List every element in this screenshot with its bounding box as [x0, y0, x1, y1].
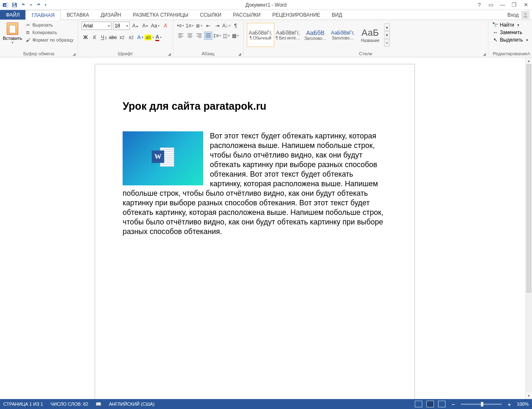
status-proofing-icon[interactable]: 📖 [96, 402, 101, 407]
multilevel-button[interactable]: ≣ [195, 22, 203, 30]
change-case-button[interactable]: Aa [151, 22, 160, 30]
styles-expand[interactable]: ▿ [384, 39, 390, 47]
word-app-icon[interactable]: W [2, 1, 9, 9]
replace-label: Заменить [500, 30, 522, 35]
borders-button[interactable]: ▦ [232, 32, 240, 40]
view-print-icon[interactable] [426, 401, 434, 407]
style-normal[interactable]: АаБбВвГг,¶ Обычный [247, 23, 274, 47]
show-marks-button[interactable]: ¶ [232, 22, 240, 30]
tab-file[interactable]: ФАЙЛ [0, 10, 25, 20]
shading-button[interactable]: ◫ [222, 32, 231, 40]
bold-button[interactable]: Ж [81, 33, 90, 42]
qat-customize-icon[interactable]: ▾ [44, 2, 47, 7]
highlight-button[interactable]: ab [145, 33, 154, 42]
strikethrough-button[interactable]: abc [109, 33, 117, 42]
styles-scroll-down[interactable]: ▾ [384, 31, 390, 39]
signin-link[interactable]: Вход [507, 12, 519, 18]
numbering-button[interactable]: 1≡ [186, 22, 194, 30]
text-effects-button[interactable]: A [136, 33, 145, 42]
group-label-font: Шрифт [81, 50, 170, 56]
status-page[interactable]: СТРАНИЦА 1 ИЗ 1 [3, 402, 43, 407]
find-button[interactable]: 🔭Найти▾ [492, 22, 529, 28]
collapse-ribbon-icon[interactable]: ᐱ [527, 52, 530, 56]
help-icon[interactable]: ? [475, 1, 483, 9]
style-heading1[interactable]: АаБбВЗаголово… [302, 23, 329, 47]
subscript-button[interactable]: x2 [118, 33, 126, 42]
view-read-icon[interactable] [415, 401, 422, 407]
clear-formatting-button[interactable]: A̸ [161, 22, 170, 30]
tab-mailings[interactable]: РАССЫЛКИ [227, 10, 266, 20]
align-center-button[interactable] [186, 32, 194, 40]
paste-button[interactable]: Вставить ▾ [3, 22, 22, 50]
paragraph-launcher-icon[interactable]: ◢ [238, 52, 242, 56]
view-web-icon[interactable] [438, 401, 446, 407]
qat-dropdown-icon[interactable]: ▾ [30, 2, 32, 7]
underline-button[interactable]: Ч [100, 33, 108, 42]
ribbon: Вставить ▾ ✂Вырезать ⧉Копировать 🖌Формат… [0, 20, 532, 57]
select-button[interactable]: ↖Выделить▾ [492, 37, 529, 43]
undo-icon[interactable] [20, 1, 27, 9]
tab-layout[interactable]: РАЗМЕТКА СТРАНИЦЫ [127, 10, 195, 20]
scroll-down-icon[interactable]: ▾ [526, 392, 532, 399]
styles-launcher-icon[interactable]: ◢ [483, 52, 487, 56]
zoom-in-button[interactable]: + [506, 401, 513, 408]
user-avatar-icon[interactable] [521, 11, 530, 19]
scroll-up-icon[interactable]: ▴ [526, 57, 532, 64]
group-label-editing: Редактирование [492, 50, 529, 56]
font-color-button[interactable]: A [155, 33, 163, 42]
style-heading2[interactable]: АаБбВвГг,Заголово… [329, 23, 357, 47]
zoom-out-button[interactable]: − [450, 401, 457, 408]
style-no-spacing[interactable]: АаБбВвГг,¶ Без инте… [274, 23, 302, 47]
document-heading[interactable]: Урок для сайта paratapok.ru [123, 100, 387, 112]
grow-font-button[interactable]: A▲ [131, 22, 140, 30]
redo-icon[interactable] [34, 1, 42, 9]
shrink-font-button[interactable]: A▼ [141, 22, 150, 30]
document-body[interactable]: W Вот этот текст будет обтекать картинку… [123, 131, 387, 237]
tab-view[interactable]: ВИД [326, 10, 348, 20]
inserted-image[interactable]: W [123, 131, 203, 185]
tab-insert[interactable]: ВСТАВКА [61, 10, 95, 20]
tab-design[interactable]: ДИЗАЙН [95, 10, 127, 20]
font-size-combo[interactable]: 18▾ [113, 22, 130, 30]
cut-button[interactable]: ✂Вырезать [24, 22, 74, 28]
align-left-button[interactable] [177, 32, 185, 40]
close-icon[interactable]: ✕ [522, 1, 530, 9]
save-icon[interactable] [11, 1, 18, 9]
justify-button[interactable] [204, 32, 212, 40]
vertical-scrollbar[interactable]: ▴ ▾ [525, 57, 532, 399]
superscript-button[interactable]: x2 [127, 33, 135, 42]
style-name: Заголово… [332, 36, 354, 40]
scroll-thumb[interactable] [527, 64, 531, 293]
style-title[interactable]: АаБНазвание [357, 23, 384, 47]
ribbon-display-icon[interactable]: ▭ [487, 1, 495, 9]
format-painter-button[interactable]: 🖌Формат по образцу [24, 37, 74, 43]
tab-review[interactable]: РЕЦЕНЗИРОВАНИЕ [266, 10, 326, 20]
tab-home[interactable]: ГЛАВНАЯ [25, 10, 61, 20]
window-title: Документ1 - Word [245, 2, 286, 8]
italic-button[interactable]: К [91, 33, 99, 42]
document-canvas[interactable]: Урок для сайта paratapok.ru W Вот этот т… [0, 57, 525, 399]
word-badge: W [152, 150, 164, 163]
copy-button[interactable]: ⧉Копировать [24, 29, 74, 36]
page[interactable]: Урок для сайта paratapok.ru W Вот этот т… [95, 64, 415, 399]
clipboard-launcher-icon[interactable]: ◢ [73, 52, 77, 56]
status-words[interactable]: ЧИСЛО СЛОВ: 82 [51, 402, 89, 407]
replace-button[interactable]: ↔Заменить [492, 29, 529, 36]
font-name-combo[interactable]: Arial▾ [81, 22, 111, 30]
font-launcher-icon[interactable]: ◢ [168, 52, 172, 56]
format-painter-label: Формат по образцу [32, 37, 74, 42]
zoom-slider-thumb[interactable] [481, 402, 483, 407]
zoom-level[interactable]: 100% [517, 402, 529, 407]
line-spacing-button[interactable]: ‡≡ [213, 32, 222, 40]
decrease-indent-button[interactable]: ⇤ [204, 22, 212, 30]
status-language[interactable]: АНГЛИЙСКИЙ (США) [109, 402, 155, 407]
zoom-slider[interactable] [461, 404, 502, 405]
tab-references[interactable]: ССЫЛКИ [194, 10, 227, 20]
bullets-button[interactable]: •≡ [177, 22, 185, 30]
restore-icon[interactable]: ❐ [510, 1, 518, 9]
sort-button[interactable]: A↓ [222, 22, 231, 30]
increase-indent-button[interactable]: ⇥ [213, 22, 222, 30]
styles-scroll-up[interactable]: ▴ [384, 23, 390, 31]
align-right-button[interactable] [195, 32, 203, 40]
minimize-icon[interactable]: — [499, 1, 506, 9]
